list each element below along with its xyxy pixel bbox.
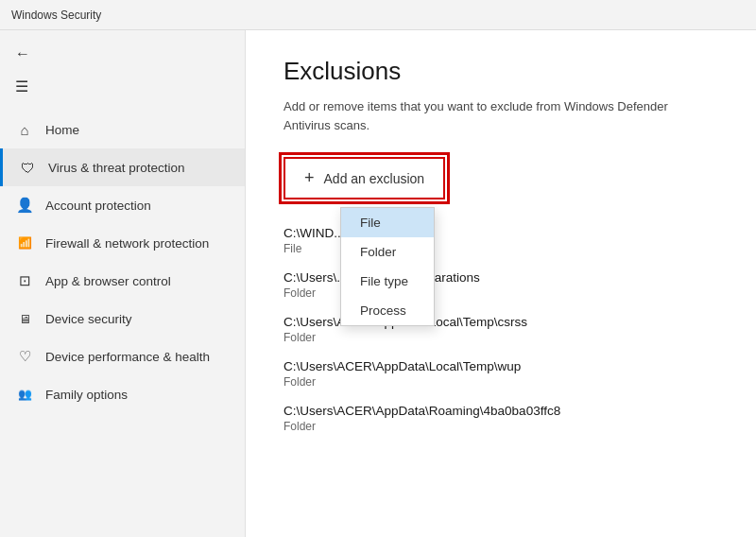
exclusion-type: Folder: [284, 331, 718, 344]
titlebar: Windows Security: [0, 0, 756, 30]
dropdown-item-process[interactable]: Process: [341, 296, 434, 325]
hamburger-icon: ☰: [15, 78, 28, 95]
exclusion-type: Folder: [284, 375, 718, 389]
main-content: Exclusions Add or remove items that you …: [246, 30, 756, 537]
page-title: Exclusions: [284, 57, 718, 86]
titlebar-text: Windows Security: [11, 9, 101, 22]
firewall-icon: 📶: [15, 234, 34, 252]
sidebar-item-device-security[interactable]: 🖥 Device security: [0, 300, 245, 338]
home-icon: ⌂: [15, 120, 34, 139]
sidebar-item-label: App & browser control: [45, 274, 171, 288]
add-exclusion-label: Add an exclusion: [324, 171, 425, 186]
exclusion-type: Folder: [284, 420, 718, 433]
sidebar-item-label: Family options: [45, 388, 128, 402]
add-exclusion-button[interactable]: + Add an exclusion: [284, 157, 445, 199]
account-icon: 👤: [15, 196, 34, 215]
add-exclusion-container: + Add an exclusion File Folder File type…: [284, 157, 445, 207]
exclusion-path: C:\Users\ACER\AppData\Local\Temp\wup: [284, 359, 718, 373]
sidebar-item-account[interactable]: 👤 Account protection: [0, 186, 245, 224]
dropdown-process-label: Process: [360, 303, 406, 318]
sidebar-item-app-browser[interactable]: ⊡ App & browser control: [0, 262, 245, 300]
shield-icon: 🛡: [18, 158, 37, 177]
dropdown-file-label: File: [360, 216, 381, 230]
back-icon: ←: [15, 45, 30, 61]
sidebar-item-firewall[interactable]: 📶 Firewall & network protection: [0, 224, 245, 262]
device-security-icon: 🖥: [15, 309, 34, 328]
plus-icon: +: [304, 168, 315, 188]
back-button[interactable]: ←: [0, 38, 245, 70]
sidebar-item-home[interactable]: ⌂ Home: [0, 111, 245, 148]
sidebar-item-family[interactable]: 👥 Family options: [0, 375, 245, 413]
family-icon: 👥: [15, 385, 34, 404]
sidebar-item-device-performance[interactable]: ♡ Device performance & health: [0, 338, 245, 375]
exclusion-type-dropdown: File Folder File type Process: [340, 207, 435, 326]
sidebar-item-virus[interactable]: 🛡 Virus & threat protection: [0, 148, 245, 186]
sidebar-item-label: Device security: [45, 312, 132, 326]
sidebar-item-label: Home: [45, 123, 79, 137]
app-browser-icon: ⊡: [15, 271, 34, 290]
exclusion-item-4: C:\Users\ACER\AppData\Roaming\4ba0ba03ff…: [284, 404, 718, 433]
page-description: Add or remove items that you want to exc…: [284, 97, 699, 134]
dropdown-item-file[interactable]: File: [341, 208, 434, 237]
sidebar-item-label: Virus & threat protection: [48, 161, 185, 175]
health-icon: ♡: [15, 347, 34, 366]
exclusion-item-3: C:\Users\ACER\AppData\Local\Temp\wup Fol…: [284, 359, 718, 389]
sidebar-item-label: Firewall & network protection: [45, 236, 209, 251]
hamburger-button[interactable]: ☰: [0, 70, 245, 103]
dropdown-folder-label: Folder: [360, 245, 396, 259]
dropdown-item-file-type[interactable]: File type: [341, 267, 434, 296]
sidebar-item-label: Account protection: [45, 199, 151, 213]
dropdown-item-folder[interactable]: Folder: [341, 237, 434, 267]
sidebar: ← ☰ ⌂ Home 🛡 Virus & threat protection 👤…: [0, 30, 246, 537]
exclusion-path: C:\Users\ACER\AppData\Roaming\4ba0ba03ff…: [284, 404, 718, 418]
dropdown-filetype-label: File type: [360, 274, 408, 288]
sidebar-item-label: Device performance & health: [45, 350, 210, 364]
